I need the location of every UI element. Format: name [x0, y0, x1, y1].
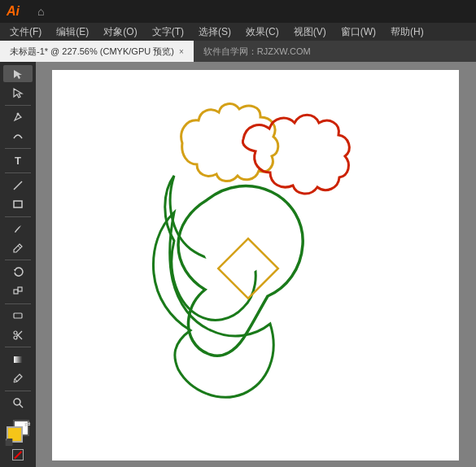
- menu-bar: 文件(F)编辑(E)对象(O)文字(T)选择(S)效果(C)视图(V)窗口(W)…: [0, 23, 476, 41]
- artwork-svg: [101, 94, 378, 404]
- type-tool[interactable]: T: [3, 152, 33, 169]
- toolbar-divider-4: [5, 216, 31, 217]
- menu-item-c[interactable]: 效果(C): [239, 24, 286, 41]
- svg-marker-6: [14, 269, 16, 272]
- svg-rect-4: [14, 201, 22, 207]
- rectangle-tool[interactable]: [3, 196, 33, 213]
- svg-rect-8: [18, 287, 22, 291]
- menu-item-f[interactable]: 文件(F): [3, 24, 48, 41]
- svg-line-16: [20, 404, 23, 408]
- selection-tool[interactable]: [3, 65, 33, 82]
- zoom-tool[interactable]: [3, 395, 33, 412]
- svg-line-13: [17, 331, 23, 337]
- svg-point-10: [14, 331, 17, 334]
- color-section: ⇄ ⬛: [5, 420, 31, 464]
- curvature-tool[interactable]: [3, 128, 33, 145]
- pencil-tool[interactable]: [3, 239, 33, 256]
- eyedropper-tool[interactable]: [3, 370, 33, 387]
- canvas-document: [52, 70, 459, 460]
- svg-rect-14: [14, 356, 22, 363]
- paintbrush-tool[interactable]: [3, 220, 33, 238]
- none-color-button[interactable]: [12, 449, 24, 460]
- inactive-tab-label: 软件自学网：RJZXW.COM: [203, 46, 311, 58]
- gradient-tool[interactable]: [3, 351, 33, 368]
- svg-line-12: [17, 334, 23, 339]
- direct-selection-tool[interactable]: [3, 84, 33, 101]
- left-toolbar: T: [0, 62, 36, 467]
- menu-item-v[interactable]: 视图(V): [287, 24, 333, 41]
- title-bar: Ai ⌂: [0, 0, 476, 23]
- tab-bar: 未标题-1* @ 227.56% (CMYK/GPU 预览) × 软件自学网：R…: [0, 41, 476, 62]
- swap-colors-button[interactable]: ⇄: [24, 420, 31, 428]
- menu-item-t[interactable]: 文字(T): [146, 24, 190, 41]
- toolbar-divider-8: [5, 391, 31, 391]
- scissors-tool[interactable]: [3, 326, 33, 343]
- toolbar-divider-2: [5, 148, 31, 149]
- default-colors-button[interactable]: ⬛: [5, 439, 13, 446]
- toolbar-divider-7: [5, 347, 31, 347]
- home-button[interactable]: ⌂: [37, 5, 44, 18]
- svg-line-3: [14, 181, 22, 190]
- toolbar-divider-6: [5, 303, 31, 304]
- menu-item-s[interactable]: 选择(S): [192, 24, 238, 41]
- tab-close-button[interactable]: ×: [179, 47, 184, 56]
- scale-tool[interactable]: [3, 283, 33, 300]
- line-tool[interactable]: [3, 177, 33, 194]
- canvas-area[interactable]: [36, 62, 476, 467]
- ai-logo: Ai: [7, 4, 31, 19]
- menu-item-e[interactable]: 编辑(E): [50, 24, 95, 41]
- active-tab-label: 未标题-1* @ 227.56% (CMYK/GPU 预览): [10, 46, 174, 58]
- svg-marker-0: [14, 70, 22, 79]
- svg-point-11: [14, 336, 17, 339]
- active-tab[interactable]: 未标题-1* @ 227.56% (CMYK/GPU 预览) ×: [0, 41, 194, 62]
- eraser-tool[interactable]: [3, 308, 33, 325]
- toolbar-divider-3: [5, 172, 31, 173]
- menu-item-w[interactable]: 窗口(W): [334, 24, 382, 41]
- svg-point-2: [17, 113, 20, 116]
- main-layout: T: [0, 62, 476, 467]
- svg-rect-7: [14, 290, 18, 294]
- color-boxes[interactable]: ⇄ ⬛: [5, 420, 31, 446]
- inactive-tab[interactable]: 软件自学网：RJZXW.COM: [194, 41, 321, 62]
- menu-item-o[interactable]: 对象(O): [97, 24, 143, 41]
- toolbar-divider-5: [5, 260, 31, 260]
- menu-item-h[interactable]: 帮助(H): [384, 24, 430, 41]
- rotate-tool[interactable]: [3, 264, 33, 281]
- svg-point-15: [14, 399, 20, 405]
- svg-rect-9: [14, 313, 22, 318]
- toolbar-divider-1: [5, 105, 31, 106]
- svg-line-5: [18, 246, 20, 248]
- svg-marker-1: [14, 89, 22, 98]
- pen-tool[interactable]: [3, 109, 33, 126]
